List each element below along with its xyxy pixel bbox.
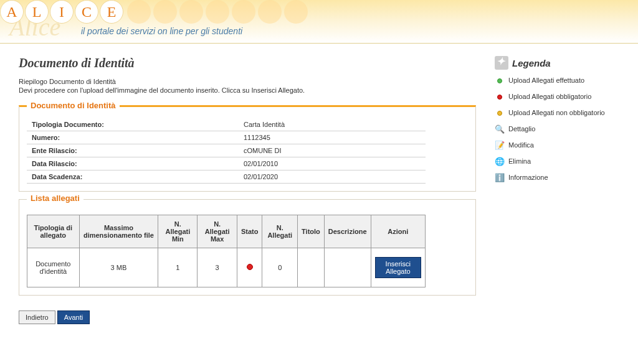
header-avatar-icon — [179, 0, 203, 24]
magnify-icon — [495, 124, 505, 134]
legend-title: Legenda — [512, 58, 551, 68]
table-row: Ente Rilascio: cOMUNE DI — [27, 144, 426, 157]
doc-label: Data Scadenza: — [27, 170, 239, 184]
header-avatar-icon — [232, 0, 255, 24]
attachments-fieldset: Lista allegati Tipologia di allegato Mas… — [19, 199, 476, 296]
doc-label: Numero: — [27, 131, 239, 144]
legend-item: Upload Allegati non obbligatorio — [495, 108, 619, 118]
cell-stato — [237, 248, 262, 287]
table-row: Numero: 1112345 — [27, 131, 426, 144]
header-avatar-icon — [127, 0, 151, 24]
legend-item-label: Upload Allegati non obbligatorio — [508, 108, 605, 117]
logo-letter: I — [50, 0, 74, 24]
document-fieldset: Documento di Identità Tipologia Document… — [19, 105, 476, 192]
legend-item-label: Elimina — [508, 157, 531, 166]
doc-label: Tipologia Documento: — [27, 118, 239, 131]
attachments-table: Tipologia di allegato Massimo dimensiona… — [27, 215, 426, 287]
page-subtitle: Riepilogo Documento di Identità — [19, 78, 476, 85]
bullet-red-icon — [495, 92, 505, 102]
info-icon — [495, 173, 505, 183]
header-banner: Alice A L I C E il portale dei servizi o… — [0, 0, 638, 44]
page-title: Documento di Identità — [19, 56, 476, 70]
col-max-size: Massimo dimensionamento file — [79, 215, 158, 248]
header-avatar-icon — [284, 0, 308, 24]
cell-titolo — [298, 248, 325, 287]
doc-label: Ente Rilascio: — [27, 144, 239, 157]
legend-item: Upload Allegati effettuato — [495, 76, 619, 86]
table-row: Data Scadenza: 02/01/2020 — [27, 170, 426, 184]
header-avatar-icon — [153, 0, 177, 24]
attachments-fieldset-legend: Lista allegati — [27, 194, 83, 203]
status-red-icon — [247, 264, 253, 270]
col-titolo: Titolo — [298, 215, 325, 248]
legend-item-label: Modifica — [508, 141, 534, 149]
page-description: Devi procedere con l'upload dell'immagin… — [19, 86, 476, 94]
button-row: Indietro Avanti — [19, 310, 476, 324]
document-table: Tipologia Documento: Carta Identità Nume… — [27, 118, 426, 184]
star-icon — [495, 56, 508, 70]
cell-tipologia: Documento d'identità — [27, 248, 80, 287]
cell-max-size: 3 MB — [79, 248, 158, 287]
header-tagline: il portale dei servizi on line per gli s… — [81, 26, 242, 36]
cell-n-min: 1 — [158, 248, 198, 287]
col-n-allegati: N. Allegati — [262, 215, 298, 248]
legend-title-row: Legenda — [495, 56, 619, 70]
doc-value: cOMUNE DI — [239, 144, 426, 157]
col-stato: Stato — [237, 215, 262, 248]
cell-azioni: Inserisci Allegato — [371, 248, 425, 287]
logo-letter: E — [100, 0, 123, 24]
sidebar: Legenda Upload Allegati effettuato Uploa… — [495, 56, 619, 324]
legend-box: Legenda Upload Allegati effettuato Uploa… — [495, 56, 619, 183]
bullet-green-icon — [495, 76, 505, 86]
legend-item: Elimina — [495, 157, 619, 167]
insert-attachment-button[interactable]: Inserisci Allegato — [375, 257, 421, 278]
legend-item-label: Upload Allegati obbligatorio — [508, 92, 591, 101]
legend-item: Dettaglio — [495, 124, 619, 134]
cell-descrizione — [324, 248, 371, 287]
next-button[interactable]: Avanti — [57, 310, 90, 324]
legend-item-label: Informazione — [508, 173, 548, 182]
col-tipologia: Tipologia di allegato — [27, 215, 80, 248]
doc-value: 02/01/2020 — [239, 170, 426, 184]
legend-item: Modifica — [495, 141, 619, 151]
doc-value: 1112345 — [239, 131, 426, 144]
header-avatar-icon — [258, 0, 282, 24]
header-avatar-icon — [206, 0, 229, 24]
table-row: Documento d'identità 3 MB 1 3 0 Inserisc… — [27, 248, 426, 287]
logo-letter: C — [75, 0, 98, 24]
logo-letter: L — [25, 0, 49, 24]
doc-value: 02/01/2010 — [239, 157, 426, 170]
legend-item-label: Dettaglio — [508, 124, 535, 133]
table-row: Data Rilascio: 02/01/2010 — [27, 157, 426, 170]
cell-n-allegati: 0 — [262, 248, 298, 287]
col-n-min: N. Allegati Min — [158, 215, 198, 248]
edit-icon — [495, 141, 505, 151]
col-azioni: Azioni — [371, 215, 425, 248]
document-fieldset-legend: Documento di Identità — [27, 101, 120, 110]
logo: A L I C E — [0, 0, 308, 24]
legend-item: Informazione — [495, 173, 619, 183]
legend-item-label: Upload Allegati effettuato — [508, 76, 584, 85]
main-content: Documento di Identità Riepilogo Document… — [19, 56, 476, 324]
doc-value: Carta Identità — [239, 118, 426, 131]
logo-letter: A — [0, 0, 24, 24]
col-descrizione: Descrizione — [324, 215, 371, 248]
back-button[interactable]: Indietro — [19, 310, 55, 324]
legend-item: Upload Allegati obbligatorio — [495, 92, 619, 102]
bullet-yellow-icon — [495, 108, 505, 118]
table-row: Tipologia Documento: Carta Identità — [27, 118, 426, 131]
doc-label: Data Rilascio: — [27, 157, 239, 170]
cell-n-max: 3 — [198, 248, 237, 287]
col-n-max: N. Allegati Max — [198, 215, 237, 248]
delete-icon — [495, 157, 505, 167]
